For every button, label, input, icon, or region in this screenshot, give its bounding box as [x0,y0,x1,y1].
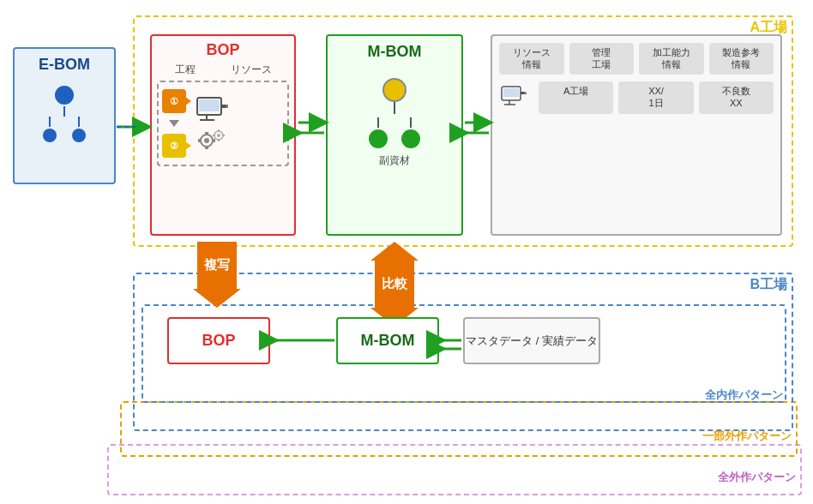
mbom-branch-right [400,117,422,150]
tree-line-right [78,117,80,127]
svg-rect-10 [205,146,208,149]
svg-rect-4 [221,105,226,108]
fukusha-body: 複写 [197,242,237,289]
tree-branch-left [43,117,57,144]
step-badge-1: ① [162,89,186,113]
hikaku-tip-up [370,242,419,261]
bop-top-box: BOP 工程 リソース ① ② [150,34,296,236]
svg-rect-1 [199,99,220,111]
label-ichibu: 一部外作パターン [702,429,792,444]
res-cell-defect: 不良数XX [699,81,774,114]
label-zen-gaichiku: 全外作パターン [718,470,796,485]
resource-machine-icon [501,85,532,111]
svg-rect-18 [222,135,225,136]
mbom-tree: 副資材 [367,78,422,168]
res-cell-0: リソース情報 [499,43,564,75]
tree-branches [43,117,86,144]
ebom-title: E-BOM [39,56,90,74]
fukusha-arrow: 複写 [193,242,241,308]
svg-point-14 [217,134,220,137]
mbom-child-left [369,129,388,148]
master-data-box: マスタデータ / 実績データ [463,317,600,364]
svg-rect-11 [198,139,202,142]
mbom-line-right [410,117,412,128]
svg-rect-15 [218,129,220,132]
label-naisaku: 全内作パターン [705,387,783,403]
tree-line-left [49,117,51,127]
master-label: マスタデータ / 実績データ [466,333,598,349]
diagram-container: A工場 B工場 全内作パターン 一部外作パターン 全外作パターン E-BOM B… [0,0,813,504]
hikaku-arrow: 比較 [370,242,419,327]
svg-point-8 [204,138,209,143]
mbom-bottom-box: M-BOM [336,317,439,364]
bop-steps: ① ② [162,89,186,158]
fukusha-tip [193,289,241,308]
mbom-node-root [382,78,406,102]
tree-node-root [55,86,74,105]
mbom-branches [367,117,422,150]
hikaku-label: 比較 [382,276,407,292]
ebom-tree [43,84,86,144]
resource-grid-bottom: A工場 XX/1日 不良数XX [499,81,774,114]
res-icon-cell [499,81,533,114]
svg-rect-23 [521,92,525,94]
step-badge-2: ② [162,134,186,158]
mbom-top-title: M-BOM [368,43,422,61]
bop-sub2: リソース [231,63,272,77]
svg-rect-12 [212,139,215,142]
mbom-line-left [377,117,379,128]
res-cell-3: 製造参考情報 [709,43,774,75]
tree-line [63,106,65,117]
resource-box: リソース情報 管理工場 加工能力情報 製造参考情報 A工場 XX/1日 不良数X… [491,34,782,236]
bop-bottom-title: BOP [202,332,235,350]
fukuzai-label: 副資材 [379,153,410,168]
bop-top-title: BOP [157,41,289,59]
fukusha-label: 複写 [204,257,230,273]
label-b-factory: B工場 [750,276,787,294]
tree-node-right [72,129,86,142]
mbom-child-right [401,129,420,148]
bop-resource [193,89,231,158]
ebom-box: E-BOM [13,47,116,184]
svg-rect-20 [503,88,519,97]
step-arrow [169,120,179,127]
svg-rect-9 [205,132,208,135]
bop-inner-dashed: ① ② [157,81,289,166]
mbom-top-box: M-BOM 副資材 [326,34,463,236]
resource-grid-top: リソース情報 管理工場 加工能力情報 製造参考情報 [499,43,774,75]
svg-rect-17 [213,135,215,136]
tree-node-left [43,129,57,142]
res-cell-rate: XX/1日 [618,81,693,114]
svg-rect-16 [218,139,220,141]
bop-sub1: 工程 [175,63,196,77]
bop-bottom-box: BOP [167,317,270,364]
res-cell-factory: A工場 [539,81,613,114]
tree-branch-right [72,117,86,144]
res-cell-1: 管理工場 [569,43,635,75]
mbom-branch-left [367,117,389,150]
bop-sub-labels: 工程 リソース [157,63,289,77]
gear-icon [193,127,231,151]
machine-icon [196,96,228,123]
mbom-bottom-title: M-BOM [361,332,415,350]
hikaku-body: 比較 [375,261,414,308]
res-cell-2: 加工能力情報 [639,43,704,75]
mbom-line [394,102,395,114]
